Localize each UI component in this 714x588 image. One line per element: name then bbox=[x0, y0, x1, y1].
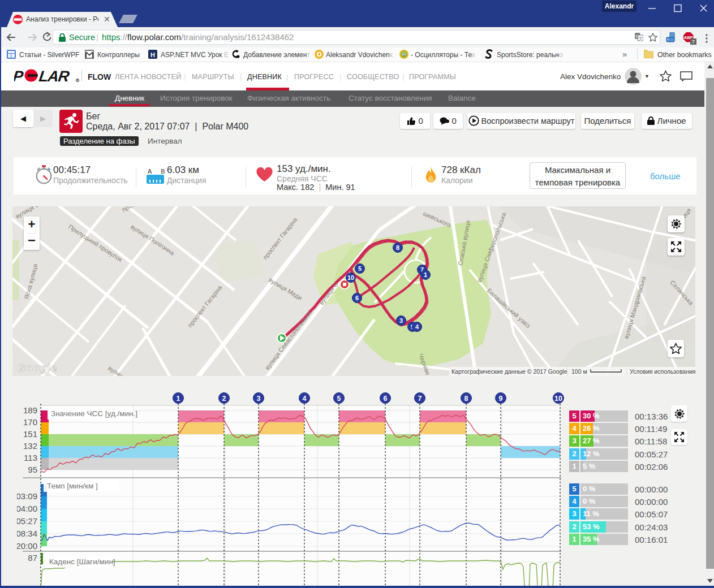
svg-text:9: 9 bbox=[499, 395, 503, 403]
svg-text:4: 4 bbox=[303, 395, 307, 403]
svg-text:189: 189 bbox=[23, 405, 37, 415]
svg-text:S: S bbox=[403, 53, 406, 57]
svg-text:H: H bbox=[150, 51, 155, 58]
svg-text:6: 6 bbox=[384, 395, 388, 403]
svg-text:1: 1 bbox=[424, 271, 427, 278]
svg-text:Условия использования: Условия использования bbox=[630, 368, 695, 375]
svg-text:LAR: LAR bbox=[38, 68, 71, 83]
svg-text:170: 170 bbox=[23, 417, 37, 427]
svg-text:151: 151 bbox=[23, 429, 37, 439]
svg-text:P: P bbox=[14, 68, 25, 83]
svg-text:132: 132 bbox=[23, 441, 37, 451]
svg-text:7: 7 bbox=[418, 395, 422, 403]
svg-text:1: 1 bbox=[177, 395, 180, 403]
svg-text:03:09: 03:09 bbox=[17, 491, 37, 501]
svg-text:5: 5 bbox=[337, 395, 341, 403]
svg-text:95: 95 bbox=[28, 465, 37, 474]
svg-text:8: 8 bbox=[396, 244, 399, 251]
svg-text:113: 113 bbox=[24, 453, 37, 462]
svg-text:3: 3 bbox=[399, 317, 403, 324]
svg-text:文: 文 bbox=[638, 36, 643, 41]
svg-text:6: 6 bbox=[355, 295, 359, 301]
svg-text:Google: Google bbox=[17, 362, 57, 374]
svg-text:10: 10 bbox=[554, 395, 562, 403]
svg-text:Картографические данные © 2017: Картографические данные © 2017 Google bbox=[451, 368, 567, 375]
svg-text:05:27: 05:27 bbox=[17, 516, 37, 526]
svg-text:2: 2 bbox=[222, 395, 226, 403]
svg-text:10: 10 bbox=[347, 274, 354, 281]
svg-text:7: 7 bbox=[692, 38, 695, 45]
svg-text:3: 3 bbox=[257, 395, 261, 403]
svg-text:Каденс [Шаги/мин]: Каденс [Шаги/мин] bbox=[49, 557, 115, 566]
svg-text:04:00: 04:00 bbox=[17, 504, 37, 513]
svg-text:8: 8 bbox=[464, 395, 468, 403]
svg-text:08:34: 08:34 bbox=[17, 529, 37, 538]
svg-text:R: R bbox=[76, 79, 79, 82]
svg-text:Темп [мин/км ]: Темп [мин/км ] bbox=[47, 482, 98, 490]
svg-text:4: 4 bbox=[415, 323, 419, 330]
svg-text:Значение ЧСС [уд./мин.]: Значение ЧСС [уд./мин.] bbox=[51, 409, 137, 418]
svg-text:20:00: 20:00 bbox=[17, 541, 37, 551]
svg-text:5: 5 bbox=[358, 265, 362, 272]
svg-text:87: 87 bbox=[28, 553, 37, 563]
svg-text:100 м: 100 м bbox=[571, 368, 587, 375]
